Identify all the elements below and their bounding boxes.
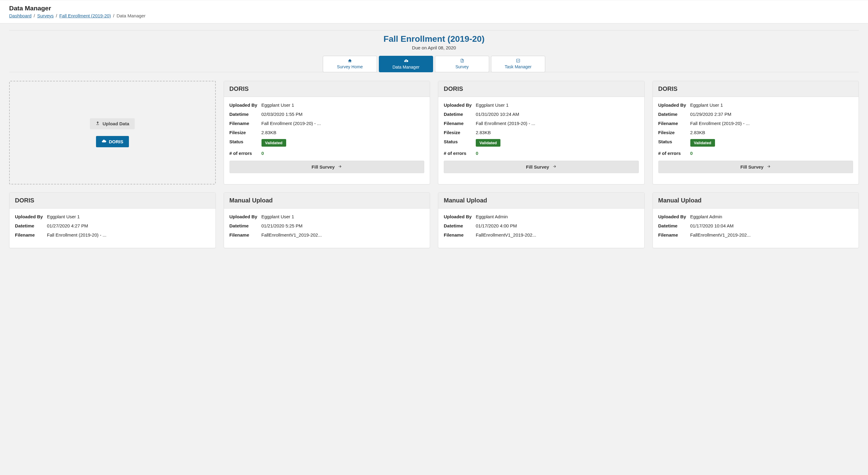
field-label: Datetime	[444, 112, 476, 117]
status-badge: Validated	[476, 139, 500, 147]
tab-label: Survey	[455, 64, 469, 69]
field-datetime: Datetime01/17/2020 4:00 PM	[444, 223, 639, 228]
status-badge: Validated	[690, 139, 715, 147]
field-filename: FilenameFallEnrollmentV1_2019-202...	[229, 232, 425, 237]
field-status: StatusValidated	[444, 139, 639, 147]
upload-data-button[interactable]: Upload Data	[90, 118, 135, 129]
fill-survey-button[interactable]: Fill Survey	[658, 161, 854, 173]
field-value: Eggplant Admin	[476, 214, 639, 219]
breadcrumb-survey-name[interactable]: Fall Enrollment (2019-20)	[59, 13, 111, 18]
fill-survey-label: Fill Survey	[740, 164, 764, 170]
field-value: Eggplant User 1	[47, 214, 210, 219]
field-value: 01/21/2020 5:25 PM	[261, 223, 425, 228]
field-value: Validated	[476, 139, 639, 147]
tab-label: Data Manager	[393, 65, 420, 69]
field-label: Status	[444, 139, 476, 147]
upload-card: DORISUploaded ByEggplant User 1Datetime0…	[438, 81, 645, 184]
page-title: Data Manager	[9, 5, 859, 12]
card-body: Uploaded ByEggplant User 1Datetime01/31/…	[438, 97, 644, 179]
doris-button[interactable]: DORIS	[96, 136, 129, 147]
field-errors: # of errors0	[444, 151, 639, 156]
card-title: DORIS	[9, 193, 215, 209]
field-uploadedBy: Uploaded ByEggplant Admin	[444, 214, 639, 219]
survey-due: Due on April 08, 2020	[9, 45, 859, 50]
tab-task-manager[interactable]: Task Manager	[491, 56, 545, 72]
card-title: DORIS	[438, 81, 644, 97]
field-value: Fall Enrollment (2019-20) - ...	[47, 232, 210, 237]
cloud-icon	[101, 139, 106, 145]
tab-survey-home[interactable]: Survey Home	[323, 56, 377, 72]
field-datetime: Datetime01/29/2020 2:37 PM	[658, 112, 854, 117]
field-label: Datetime	[444, 223, 476, 228]
field-value: 0	[261, 151, 425, 156]
breadcrumb-sep: /	[113, 13, 114, 18]
fill-survey-label: Fill Survey	[311, 164, 335, 170]
upload-card: Manual UploadUploaded ByEggplant User 1D…	[224, 192, 430, 248]
field-label: Status	[658, 139, 690, 147]
breadcrumb-sep: /	[34, 13, 35, 18]
field-label: Filesize	[229, 130, 261, 135]
field-label: Filename	[15, 232, 47, 237]
tab-survey[interactable]: Survey	[435, 56, 489, 72]
field-filename: FilenameFallEnrollmentV1_2019-202...	[658, 232, 854, 237]
field-value: 01/17/2020 4:00 PM	[476, 223, 639, 228]
tab-label: Task Manager	[505, 64, 531, 69]
arrow-right-icon	[338, 164, 342, 170]
breadcrumb-dashboard[interactable]: Dashboard	[9, 13, 31, 18]
field-datetime: Datetime01/21/2020 5:25 PM	[229, 223, 425, 228]
field-value: 02/03/2020 1:55 PM	[261, 112, 425, 117]
tab-bar: Survey HomeData ManagerSurveyTask Manage…	[9, 56, 859, 72]
field-label: Datetime	[15, 223, 47, 228]
field-label: # of errors	[229, 151, 261, 156]
tab-data-manager[interactable]: Data Manager	[379, 56, 433, 72]
field-value: Eggplant User 1	[261, 214, 425, 219]
field-value: FallEnrollmentV1_2019-202...	[261, 232, 425, 237]
card-title: DORIS	[653, 81, 859, 97]
fill-survey-button[interactable]: Fill Survey	[229, 161, 425, 173]
card-body: Uploaded ByEggplant AdminDatetime01/17/2…	[653, 209, 859, 248]
field-label: Uploaded By	[444, 102, 476, 108]
field-uploadedBy: Uploaded ByEggplant User 1	[229, 214, 425, 219]
survey-title: Fall Enrollment (2019-20)	[9, 30, 859, 44]
upload-icon	[95, 121, 100, 126]
field-uploadedBy: Uploaded ByEggplant User 1	[444, 102, 639, 108]
field-label: Uploaded By	[658, 102, 690, 108]
field-value: 2.83KB	[476, 130, 639, 135]
field-label: Uploaded By	[229, 102, 261, 108]
upload-card: DORISUploaded ByEggplant User 1Datetime0…	[653, 81, 859, 184]
field-value: 01/17/2020 10:04 AM	[690, 223, 854, 228]
field-status: StatusValidated	[229, 139, 425, 147]
field-value: 01/29/2020 2:37 PM	[690, 112, 854, 117]
fill-survey-label: Fill Survey	[526, 164, 549, 170]
breadcrumb-current: Data Manager	[117, 13, 145, 18]
field-label: Filename	[229, 121, 261, 126]
field-value: Fall Enrollment (2019-20) - ...	[476, 121, 639, 126]
field-label: Filename	[444, 232, 476, 237]
tab-label: Survey Home	[337, 64, 363, 69]
arrow-right-icon	[767, 164, 771, 170]
field-label: Datetime	[658, 112, 690, 117]
card-title: DORIS	[224, 81, 430, 97]
field-value: 0	[690, 151, 854, 156]
field-label: Filename	[658, 232, 690, 237]
cloud-upload-icon	[382, 59, 430, 64]
field-value: 2.83KB	[261, 130, 425, 135]
field-value: 01/27/2020 4:27 PM	[47, 223, 210, 228]
field-label: Uploaded By	[658, 214, 690, 219]
card-body: Uploaded ByEggplant User 1Datetime02/03/…	[224, 97, 430, 179]
fill-survey-button[interactable]: Fill Survey	[444, 161, 639, 173]
field-value: 2.83KB	[690, 130, 854, 135]
field-label: Filesize	[444, 130, 476, 135]
field-value: Eggplant User 1	[690, 102, 854, 108]
field-errors: # of errors0	[229, 151, 425, 156]
field-label: Uploaded By	[444, 214, 476, 219]
breadcrumb-surveys[interactable]: Surveys	[37, 13, 54, 18]
field-label: Filesize	[658, 130, 690, 135]
field-value: Eggplant Admin	[690, 214, 854, 219]
field-label: Filename	[229, 232, 261, 237]
card-title: Manual Upload	[438, 193, 644, 209]
upload-dropzone[interactable]: Upload DataDORIS	[9, 81, 216, 184]
field-uploadedBy: Uploaded ByEggplant User 1	[15, 214, 210, 219]
field-filesize: Filesize2.83KB	[444, 130, 639, 135]
doris-label: DORIS	[109, 139, 123, 144]
